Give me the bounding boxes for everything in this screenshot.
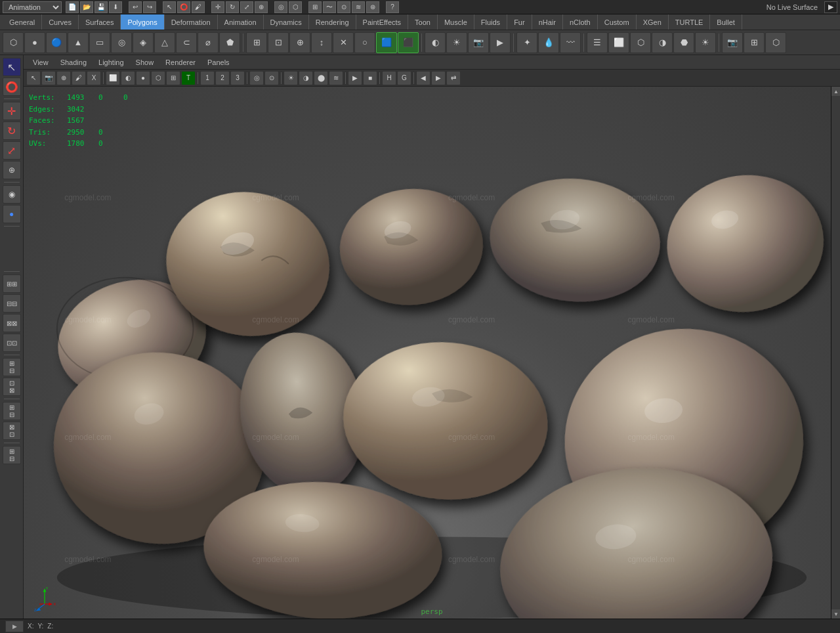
tool-lighting-icon[interactable]: ☀ [695, 32, 716, 53]
uv-tool[interactable]: ⊠⊠ [3, 314, 21, 332]
open-icon[interactable]: 📂 [80, 1, 93, 13]
tool-smooth-icon[interactable]: ⬡ [630, 32, 651, 53]
vp-play-btn[interactable]: ▶ [348, 71, 362, 85]
snap-curve-icon[interactable]: 〜 [323, 1, 336, 13]
viewport-canvas[interactable]: Verts: 1493 0 0 Edges: 3042 Faces: 1567 … [24, 87, 840, 619]
menu-tab-toon[interactable]: Toon [408, 14, 438, 30]
tool-cube-icon[interactable]: ⬡ [3, 32, 24, 53]
paint-tool-2[interactable]: ⊠⊡ [3, 422, 21, 440]
paint-tool-1[interactable]: ⊞⊟ [3, 402, 21, 420]
vp-texture-btn[interactable]: T [181, 71, 196, 85]
vp-grid-btn[interactable]: ⊞ [166, 71, 180, 85]
undo-icon[interactable]: ↩ [129, 1, 142, 13]
tool-shaded-icon[interactable]: ◑ [652, 32, 673, 53]
grid-tool[interactable]: ⊞⊞ [3, 274, 21, 293]
snap-live-icon[interactable]: ⊛ [366, 1, 379, 13]
menu-tab-ncloth[interactable]: nCloth [563, 14, 598, 30]
viewport-menu-shading[interactable]: Shading [55, 56, 92, 69]
sculpt-icon[interactable]: ⬡ [289, 1, 302, 13]
tool-ipr-icon[interactable]: ▶ [490, 32, 511, 53]
menu-tab-general[interactable]: General [3, 14, 42, 30]
tool-soccer-icon[interactable]: ⬟ [219, 32, 240, 53]
scroll-up-btn[interactable]: ▲ [831, 87, 840, 96]
vp-subdiv-btn[interactable]: 1 [200, 71, 215, 85]
vp-ao-btn[interactable]: ⬤ [314, 71, 328, 85]
menu-tab-surfaces[interactable]: Surfaces [79, 14, 121, 30]
select-tool[interactable]: ↖ [3, 58, 21, 76]
vp-select-btn[interactable]: ↖ [26, 71, 41, 85]
vp-smooth-btn[interactable]: ◐ [121, 71, 135, 85]
snap-grid-icon[interactable]: ⊞ [308, 1, 322, 13]
menu-tab-fur[interactable]: Fur [507, 14, 532, 30]
select-tool-icon[interactable]: ↖ [163, 1, 176, 13]
tool-layout-icon[interactable]: ⊞ [744, 32, 765, 53]
vp-hud-btn[interactable]: H [382, 71, 396, 85]
import-icon[interactable]: ⬇ [109, 1, 122, 13]
vp-shaded-btn[interactable]: ● [136, 71, 150, 85]
move-tool[interactable]: ✛ [3, 102, 21, 120]
tool-joint-icon[interactable]: ⊕ [289, 32, 310, 53]
tool-hypershade-icon[interactable]: ⬡ [765, 32, 786, 53]
new-scene-icon[interactable]: 📄 [66, 1, 79, 13]
menu-tab-turtle[interactable]: TURTLE [669, 14, 711, 30]
workspace-dropdown[interactable]: Animation [3, 1, 62, 13]
viewport-menu-renderer[interactable]: Renderer [160, 56, 201, 69]
vp-shadow-btn[interactable]: ◑ [299, 71, 313, 85]
tool-pipe-icon[interactable]: ⊂ [176, 32, 197, 53]
scroll-down-btn[interactable]: ▼ [831, 609, 840, 619]
vp-focus-btn[interactable]: ⊙ [264, 71, 279, 85]
snap-surface-icon[interactable]: ≋ [352, 1, 365, 13]
tool-sphere-icon[interactable]: ● [24, 32, 45, 53]
menu-tab-nhair[interactable]: nHair [532, 14, 563, 30]
vp-switch-btn[interactable]: ⇄ [446, 71, 461, 85]
tool-texture-icon[interactable]: ⬣ [673, 32, 694, 53]
tool-locator-icon[interactable]: ✕ [333, 32, 354, 53]
live-surface-arrow[interactable]: ▶ [824, 1, 837, 13]
viewport-menu-panels[interactable]: Panels [202, 56, 235, 69]
snap-point-icon[interactable]: ⊙ [337, 1, 350, 13]
tool-light-icon[interactable]: ☀ [446, 32, 467, 53]
tool-ik-icon[interactable]: ↕ [311, 32, 332, 53]
transform-icon[interactable]: ⊕ [255, 1, 268, 13]
menu-tab-painteffects[interactable]: PaintEffects [356, 14, 409, 30]
menu-tab-bullet[interactable]: Bullet [710, 14, 742, 30]
sculpt-tool[interactable]: ⊞⊟ [3, 358, 21, 376]
move-icon[interactable]: ✛ [211, 1, 224, 13]
vp-subdiv2-btn[interactable]: 2 [215, 71, 230, 85]
show-manip-tool[interactable]: ● [3, 205, 21, 223]
vp-right-arrow-btn[interactable]: ▶ [431, 71, 446, 85]
tool-prism-icon[interactable]: ◈ [133, 32, 154, 53]
move-seam-tool[interactable]: ⊟⊟ [3, 294, 21, 313]
tool-cone-icon[interactable]: ▲ [68, 32, 89, 53]
menu-tab-polygons[interactable]: Polygons [121, 14, 164, 30]
rotate-icon[interactable]: ↻ [226, 1, 239, 13]
tool-particle-icon[interactable]: ✦ [516, 32, 537, 53]
menu-tab-xgen[interactable]: XGen [637, 14, 669, 30]
vp-paint-btn[interactable]: 🖌 [72, 71, 86, 85]
scale-tool[interactable]: ⤢ [3, 141, 21, 160]
tool-mat-icon[interactable]: ◐ [425, 32, 446, 53]
paint-select-icon[interactable]: 🖌 [192, 1, 205, 13]
vp-wireframe-btn[interactable]: ⬜ [106, 71, 120, 85]
menu-tab-custom[interactable]: Custom [598, 14, 637, 30]
vp-camera-btn[interactable]: 📷 [41, 71, 56, 85]
vp-left-arrow-btn[interactable]: ◀ [416, 71, 430, 85]
tool-hair-icon[interactable]: 〰 [560, 32, 581, 53]
menu-tab-dynamics[interactable]: Dynamics [264, 14, 309, 30]
tool-cylinder-icon[interactable]: 🔵 [46, 32, 67, 53]
tool-poly-shader-icon[interactable]: 🟦 [376, 32, 397, 53]
vp-snap-btn[interactable]: ⊕ [56, 71, 71, 85]
vp-light-btn[interactable]: ☀ [284, 71, 298, 85]
soft-select-tool[interactable]: ◉ [3, 185, 21, 204]
vp-fog-btn[interactable]: ≋ [329, 71, 343, 85]
soft-mod-icon[interactable]: ◎ [274, 1, 287, 13]
save-icon[interactable]: 💾 [94, 1, 108, 13]
tool-plane-icon[interactable]: ▭ [89, 32, 110, 53]
lasso-tool[interactable]: ⭕ [3, 77, 21, 96]
status-icon-btn[interactable]: ▶ [5, 621, 24, 632]
tool-xray-icon[interactable]: ☰ [587, 32, 608, 53]
menu-tab-fluids[interactable]: Fluids [474, 14, 507, 30]
crease-tool[interactable]: ⊡⊡ [3, 334, 21, 352]
viewport-menu-lighting[interactable]: Lighting [93, 56, 129, 69]
tool-helix-icon[interactable]: ⌀ [198, 32, 219, 53]
